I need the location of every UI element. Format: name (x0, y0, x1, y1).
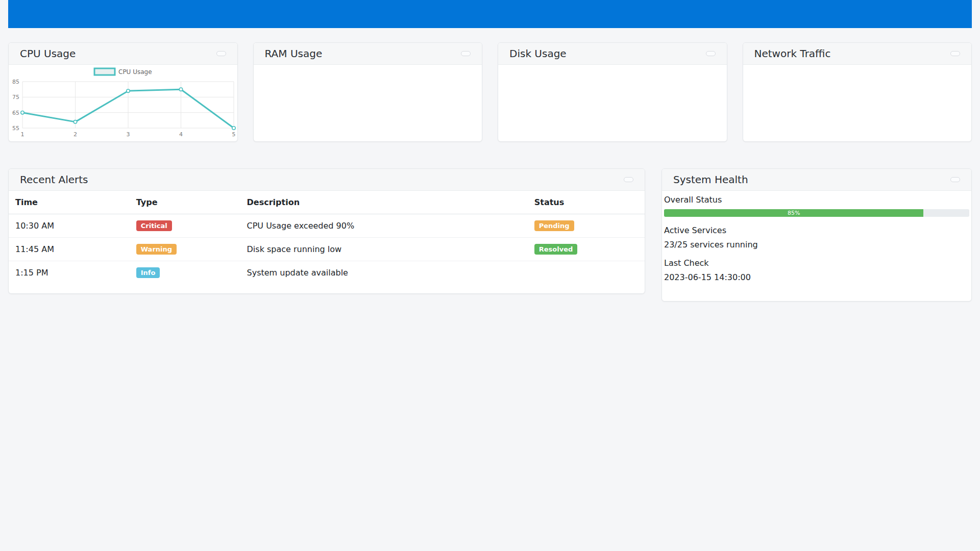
card-action-button[interactable] (706, 51, 716, 56)
alert-time: 10:30 AM (9, 214, 130, 238)
svg-text:CPU Usage: CPU Usage (118, 68, 152, 76)
alert-description: System update available (240, 261, 528, 285)
bottom-row: Recent Alerts Time Type Description Stat… (8, 168, 972, 302)
alert-description: CPU Usage exceeded 90% (240, 214, 528, 238)
system-health-body: Overall Status 85% Active Services 23/25… (662, 191, 971, 301)
column-header-type: Type (130, 191, 240, 214)
card-system-health: System Health Overall Status 85% Active … (662, 168, 972, 302)
card-ram-usage-header: RAM Usage (254, 43, 482, 65)
cpu-chart-area: 5565758512345CPU Usage (9, 65, 237, 141)
svg-text:3: 3 (127, 131, 130, 138)
svg-text:1: 1 (21, 131, 24, 138)
card-network-traffic: Network Traffic (743, 42, 972, 142)
overall-status-percent: 85% (788, 210, 800, 216)
card-cpu-usage-header: CPU Usage (9, 43, 237, 65)
card-network-traffic-header: Network Traffic (743, 43, 972, 65)
card-title: System Health (673, 173, 748, 186)
last-check-value: 2023-06-15 14:30:00 (664, 272, 969, 282)
card-disk-usage-header: Disk Usage (498, 43, 727, 65)
alert-type-badge: Critical (136, 220, 172, 231)
svg-text:75: 75 (12, 94, 19, 101)
column-header-description: Description (240, 191, 528, 214)
alert-row: 11:45 AMWarningDisk space running lowRes… (9, 238, 645, 261)
alerts-table: Time Type Description Status 10:30 AMCri… (9, 191, 645, 284)
cpu-usage-line-chart[interactable]: 5565758512345CPU Usage (9, 65, 237, 141)
card-action-button[interactable] (216, 51, 226, 56)
card-action-button[interactable] (461, 51, 471, 56)
alert-status-cell: Pending (528, 214, 645, 238)
metrics-row: CPU Usage 5565758512345CPU Usage RAM Usa… (8, 42, 972, 142)
top-navbar (8, 0, 972, 28)
card-title: Disk Usage (509, 47, 567, 60)
alert-type-cell: Info (130, 261, 240, 285)
alert-time: 1:15 PM (9, 261, 130, 285)
alert-description: Disk space running low (240, 238, 528, 261)
alert-type-badge: Info (136, 267, 160, 278)
overall-status-progress-fill: 85% (664, 209, 923, 217)
card-ram-usage: RAM Usage (253, 42, 483, 142)
overall-status-label: Overall Status (664, 195, 969, 205)
column-header-status: Status (528, 191, 645, 214)
svg-text:65: 65 (12, 110, 19, 116)
card-title: Recent Alerts (20, 173, 88, 186)
card-title: RAM Usage (265, 47, 323, 60)
alert-row: 1:15 PMInfoSystem update available (9, 261, 645, 285)
svg-text:2: 2 (74, 131, 77, 138)
svg-text:85: 85 (12, 79, 19, 85)
alert-type-badge: Warning (136, 244, 177, 255)
alerts-table-header-row: Time Type Description Status (9, 191, 645, 214)
alert-status-cell (528, 261, 645, 285)
card-recent-alerts: Recent Alerts Time Type Description Stat… (8, 168, 645, 294)
alert-time: 11:45 AM (9, 238, 130, 261)
card-disk-usage: Disk Usage (498, 42, 727, 142)
alert-type-cell: Critical (130, 214, 240, 238)
card-action-button[interactable] (950, 177, 960, 182)
card-action-button[interactable] (950, 51, 960, 56)
overall-status-progressbar: 85% (664, 209, 969, 217)
alert-row: 10:30 AMCriticalCPU Usage exceeded 90%Pe… (9, 214, 645, 238)
card-title: Network Traffic (754, 47, 831, 60)
column-header-time: Time (9, 191, 130, 214)
svg-text:4: 4 (179, 131, 183, 138)
alert-status-badge: Resolved (534, 244, 578, 255)
alert-type-cell: Warning (130, 238, 240, 261)
ram-chart-area-empty (254, 65, 482, 141)
alert-status-badge: Pending (534, 220, 574, 231)
network-chart-area-empty (743, 65, 972, 141)
card-action-button[interactable] (624, 177, 633, 182)
last-check-label: Last Check (664, 258, 969, 268)
alert-status-cell: Resolved (528, 238, 645, 261)
active-services-value: 23/25 services running (664, 240, 969, 249)
svg-text:55: 55 (12, 125, 19, 132)
active-services-label: Active Services (664, 226, 969, 235)
disk-chart-area-empty (498, 65, 727, 141)
system-health-header: System Health (662, 169, 971, 191)
svg-text:5: 5 (232, 131, 236, 138)
card-title: CPU Usage (20, 47, 76, 60)
card-cpu-usage: CPU Usage 5565758512345CPU Usage (8, 42, 238, 142)
recent-alerts-header: Recent Alerts (9, 169, 645, 191)
